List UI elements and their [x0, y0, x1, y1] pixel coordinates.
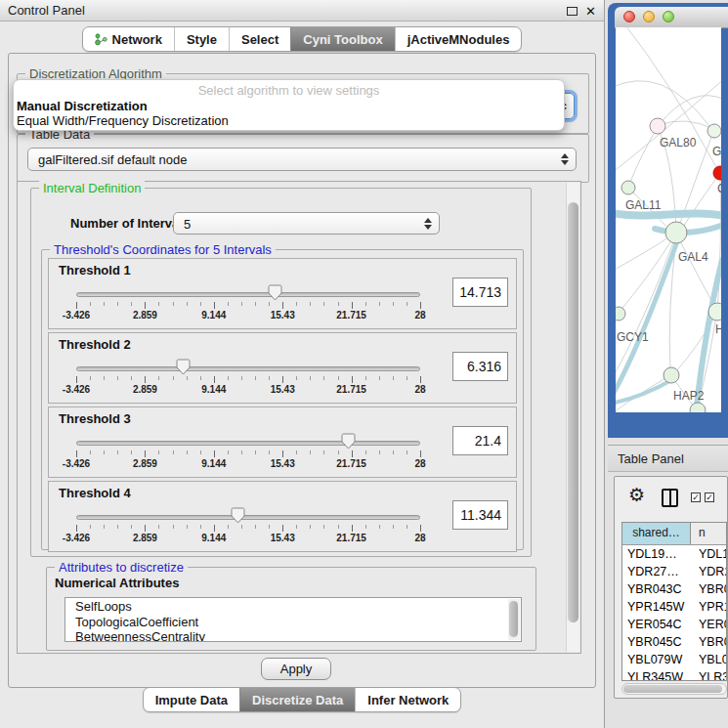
tab-jactivemnodules[interactable]: jActiveMNodules [395, 27, 522, 51]
attribute-item-topologicalcoefficient[interactable]: TopologicalCoefficient [75, 615, 521, 630]
highlighted-edge[interactable] [616, 380, 671, 404]
table-horizontal-scrollbar[interactable] [621, 683, 727, 695]
close-icon[interactable]: ✕ [585, 1, 596, 21]
table-data-select[interactable]: galFiltered.sif default node [27, 148, 577, 171]
tick-mark [173, 525, 174, 529]
network-node[interactable] [707, 124, 721, 138]
split-columns-icon[interactable] [662, 489, 678, 507]
settings-vertical-scrollbar[interactable] [566, 183, 579, 652]
highlighted-edge[interactable] [616, 213, 721, 216]
slider-tick-labels: -3.4262.8599.14415.4321.71528 [76, 384, 420, 396]
list-scrollbar[interactable] [508, 599, 520, 640]
tick-mark [90, 376, 91, 380]
threshold-value-field[interactable] [452, 500, 508, 530]
tick-label: 21.715 [336, 533, 366, 543]
tick-mark [214, 450, 215, 457]
column-header-n[interactable]: n [691, 523, 726, 544]
table-cell: YPR145W [622, 598, 691, 616]
apply-button[interactable]: Apply [261, 658, 331, 680]
tick-label: 2.859 [133, 458, 157, 469]
network-node[interactable] [665, 222, 687, 243]
table-cell: YDR2 [691, 563, 726, 580]
tick-mark [241, 525, 242, 529]
attribute-item-betweennesscentrality[interactable]: BetweennessCentrality [75, 629, 521, 642]
tick-mark [200, 302, 201, 306]
tick-mark [269, 376, 270, 380]
network-node[interactable] [621, 181, 635, 194]
network-node[interactable] [664, 367, 679, 383]
slider-track[interactable] [76, 292, 420, 297]
algorithm-option-manual-discretization[interactable]: Manual Discretization [14, 99, 564, 113]
zoom-traffic-light-icon[interactable] [663, 11, 674, 22]
tab-discretize-data[interactable]: Discretize Data [239, 688, 355, 711]
tab-network[interactable]: Network [83, 27, 174, 51]
network-node[interactable] [708, 303, 721, 321]
table-row[interactable]: YBL079WYBL0 [622, 651, 726, 668]
network-node[interactable] [713, 166, 721, 180]
edge[interactable] [616, 237, 668, 272]
checkbox-icon[interactable]: ✓ [705, 492, 714, 502]
table-row[interactable]: YER054CYER0 [622, 616, 726, 633]
table-cell: YBL0 [691, 651, 726, 668]
threshold-slider[interactable]: -3.4262.8599.14415.4321.71528 [76, 363, 420, 398]
tab-select[interactable]: Select [229, 27, 290, 51]
table-row[interactable]: YBR045CYBR0 [622, 633, 726, 651]
table-row[interactable]: YDL19…YDL1 [622, 545, 726, 563]
tick-mark [241, 302, 242, 306]
slider-thumb-icon[interactable] [268, 284, 282, 301]
edge[interactable] [628, 127, 658, 187]
attribute-item-selfloops[interactable]: SelfLoops [75, 599, 521, 615]
tick-mark [117, 525, 118, 529]
tab-style[interactable]: Style [174, 27, 229, 51]
threshold-value-field[interactable] [452, 352, 508, 381]
table-row[interactable]: YLR345WYLR3 [622, 668, 726, 681]
tick-mark [104, 376, 105, 380]
threshold-slider[interactable]: -3.4262.8599.14415.4321.71528 [76, 288, 420, 323]
tab-infer-network[interactable]: Infer Network [355, 688, 460, 711]
edge[interactable] [717, 176, 721, 315]
slider-thumb-icon[interactable] [231, 507, 245, 524]
tick-label: -3.426 [63, 458, 90, 469]
table-row[interactable]: YDR27…YDR2 [622, 563, 726, 580]
network-node[interactable] [650, 118, 665, 134]
network-canvas[interactable]: GAL80GACGAL11GAL4GCY1HHAP2 [616, 27, 721, 412]
network-node[interactable] [616, 307, 625, 321]
minimize-traffic-light-icon[interactable] [643, 11, 655, 22]
slider-track[interactable] [76, 441, 420, 446]
close-traffic-light-icon[interactable] [623, 11, 635, 22]
slider-thumb-icon[interactable] [176, 359, 191, 375]
tab-impute-data[interactable]: Impute Data [144, 688, 239, 711]
threshold-value-field[interactable] [452, 426, 508, 455]
float-window-icon[interactable] [567, 7, 578, 16]
slider-track[interactable] [76, 515, 420, 520]
threshold-slider[interactable]: -3.4262.8599.14415.4321.71528 [76, 437, 420, 472]
slider-thumb-icon[interactable] [341, 433, 356, 450]
number-of-intervals-select[interactable]: 5 [173, 212, 440, 235]
tick-mark [145, 302, 146, 309]
node-label: GAL4 [678, 250, 708, 264]
column-header-shared[interactable]: shared… [622, 523, 691, 544]
algorithm-option-equal-width-frequency-discretization[interactable]: Equal Width/Frequency Discretization [14, 113, 564, 128]
table-row[interactable]: YPR145WYPR1 [622, 598, 726, 616]
node-table[interactable]: shared…n YDL19…YDL1YDR27…YDR2YBR043CYBR0… [621, 522, 727, 681]
slider-track[interactable] [76, 366, 420, 371]
table-panel-title: Table Panel [618, 451, 684, 466]
scrollbar-thumb[interactable] [623, 685, 722, 693]
numerical-attributes-list[interactable]: SelfLoopsTopologicalCoefficientBetweenne… [64, 597, 522, 642]
tick-mark [158, 450, 159, 454]
tick-mark [365, 302, 366, 306]
scrollbar-thumb[interactable] [568, 202, 578, 622]
checkbox-icon[interactable]: ✓ [691, 492, 701, 502]
threshold-slider[interactable]: -3.4262.8599.14415.4321.71528 [76, 511, 420, 546]
network-window-titlebar[interactable] [615, 7, 728, 28]
tick-mark [255, 302, 256, 306]
tab-cyni-toolbox[interactable]: Cyni Toolbox [290, 27, 394, 51]
threshold-value-field[interactable] [452, 278, 508, 307]
table-row[interactable]: YBR043CYBR0 [622, 580, 726, 598]
network-view-window: GAL80GACGAL11GAL4GCY1HHAP2 [608, 3, 728, 438]
gear-icon[interactable]: ⚙ [628, 484, 645, 506]
tick-mark [173, 302, 174, 306]
edge[interactable] [678, 237, 715, 308]
tick-label: 28 [414, 384, 425, 395]
tick-mark [352, 302, 353, 309]
